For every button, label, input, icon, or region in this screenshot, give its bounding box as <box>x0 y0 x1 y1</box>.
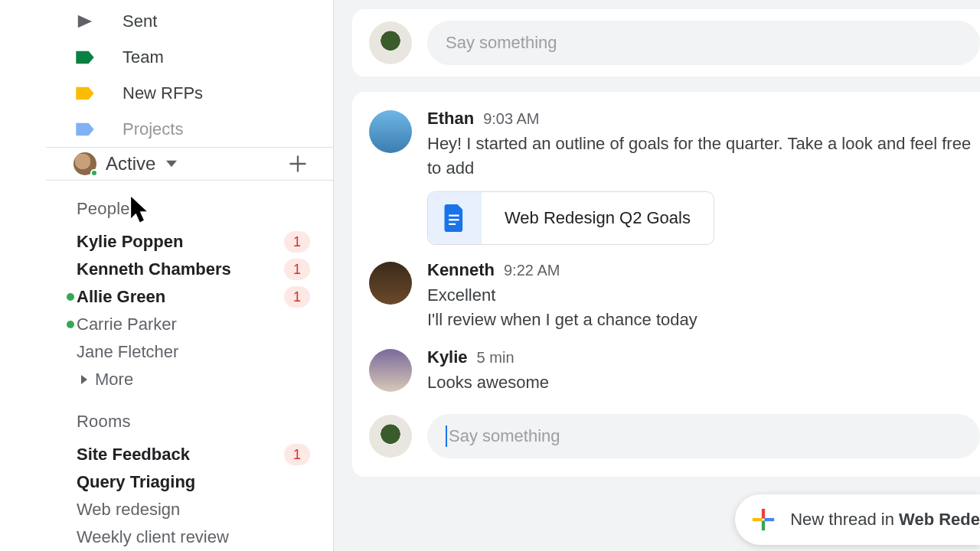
plus-multicolor-icon <box>750 507 776 533</box>
presence-selector[interactable]: Active <box>46 148 333 181</box>
nav-item-team[interactable]: Team <box>46 39 333 75</box>
room-row[interactable]: Query Triaging <box>64 468 333 496</box>
person-name: Jane Fletcher <box>77 342 333 362</box>
people-section-title: People <box>46 181 333 228</box>
svg-rect-6 <box>753 518 763 521</box>
svg-rect-0 <box>449 214 459 216</box>
nav-item-new-rfps[interactable]: New RFPs <box>46 75 333 111</box>
message-author: Kenneth <box>427 260 495 280</box>
more-label: More <box>95 370 133 390</box>
presence-label: Active <box>106 153 155 174</box>
message-text: Excellent <box>427 283 980 308</box>
compose-placeholder: Say something <box>446 33 557 53</box>
nav-label: Sent <box>122 11 157 31</box>
room-name: Weekly client review <box>77 527 333 547</box>
message-time: 5 min <box>477 349 514 367</box>
online-dot-icon <box>90 169 98 177</box>
nav-list: Sent Team New RFPs Projects <box>46 0 333 147</box>
nav-label: New RFPs <box>122 83 203 103</box>
svg-rect-4 <box>765 518 775 521</box>
tag-green-icon <box>74 48 96 67</box>
user-avatar-icon <box>74 152 96 175</box>
thread-card: Ethan 9:03 AM Hey! I started an outline … <box>352 92 980 477</box>
message-text: Looks awesome <box>427 370 980 395</box>
doc-icon <box>428 192 482 244</box>
message-time: 9:22 AM <box>504 262 560 279</box>
nav-label: Team <box>122 47 164 67</box>
person-row[interactable]: Allie Green 1 <box>64 283 333 311</box>
nav-label: Projects <box>122 119 183 139</box>
svg-rect-1 <box>449 219 459 220</box>
svg-rect-2 <box>449 223 456 225</box>
person-row[interactable]: Kenneth Chambers 1 <box>64 256 333 283</box>
sent-icon <box>74 12 96 31</box>
compose-input[interactable]: Say something <box>427 21 980 65</box>
fab-label: New thread in Web Rede <box>790 510 980 530</box>
online-dot-icon <box>67 293 74 301</box>
unread-badge: 1 <box>284 231 310 253</box>
sidebar: Sent Team New RFPs Projects <box>0 0 334 551</box>
room-row[interactable]: Weekly client review <box>64 523 333 551</box>
avatar-icon <box>369 262 412 305</box>
person-name: Kenneth Chambers <box>77 259 284 279</box>
svg-rect-3 <box>762 509 765 519</box>
chevron-right-icon <box>80 375 89 384</box>
chevron-down-icon <box>166 160 177 168</box>
message-time: 9:03 AM <box>483 110 539 128</box>
person-row[interactable]: Jane Fletcher <box>64 338 333 366</box>
message: Kenneth 9:22 AM Excellent I'll review wh… <box>369 260 980 332</box>
person-name: Allie Green <box>77 287 284 307</box>
rooms-section-title: Rooms <box>46 393 333 441</box>
main-pane: Say something Ethan 9:03 AM Hey! I start… <box>334 0 980 551</box>
message: Kylie 5 min Looks awesome <box>369 347 980 395</box>
room-row[interactable]: Site Feedback 1 <box>64 441 333 468</box>
person-name: Kylie Poppen <box>77 232 284 252</box>
reply-placeholder: Say something <box>449 426 560 446</box>
svg-rect-5 <box>762 520 765 530</box>
avatar-icon <box>369 349 412 392</box>
self-avatar-icon <box>369 415 412 458</box>
text-cursor-icon <box>446 425 447 447</box>
room-name: Query Triaging <box>77 472 333 492</box>
room-row[interactable]: Web redesign <box>64 496 333 523</box>
nav-item-sent[interactable]: Sent <box>46 3 333 39</box>
rooms-list: Site Feedback 1 Query Triaging Web redes… <box>46 441 333 551</box>
person-row[interactable]: Kylie Poppen 1 <box>64 228 333 256</box>
tag-blue-icon <box>74 120 96 139</box>
nav-item-projects[interactable]: Projects <box>46 111 333 147</box>
online-dot-icon <box>67 321 74 328</box>
tag-yellow-icon <box>74 84 96 103</box>
message-text: Hey! I started an outline of goals for t… <box>427 132 980 181</box>
message-author: Ethan <box>427 109 474 129</box>
unread-badge: 1 <box>284 259 310 280</box>
room-name: Site Feedback <box>77 445 284 465</box>
person-row[interactable]: Carrie Parker <box>64 311 333 338</box>
attachment-title: Web Redesign Q2 Goals <box>482 208 714 228</box>
message-author: Kylie <box>427 347 468 367</box>
room-name: Web redesign <box>77 500 333 520</box>
attachment-card[interactable]: Web Redesign Q2 Goals <box>427 191 714 245</box>
message-text: I'll review when I get a chance today <box>427 308 980 332</box>
avatar-icon <box>369 110 412 153</box>
compose-bar: Say something <box>352 9 980 77</box>
reply-input[interactable]: Say something <box>427 414 980 458</box>
unread-badge: 1 <box>284 286 310 308</box>
message: Ethan 9:03 AM Hey! I started an outline … <box>369 109 980 245</box>
people-more[interactable]: More <box>64 366 333 393</box>
reply-row: Say something <box>369 409 980 460</box>
person-name: Carrie Parker <box>77 315 333 334</box>
self-avatar-icon <box>369 21 412 64</box>
unread-badge: 1 <box>284 444 310 465</box>
new-thread-fab[interactable]: New thread in Web Rede <box>735 494 980 545</box>
add-button[interactable] <box>286 152 310 176</box>
people-list: Kylie Poppen 1 Kenneth Chambers 1 Allie … <box>46 228 333 393</box>
